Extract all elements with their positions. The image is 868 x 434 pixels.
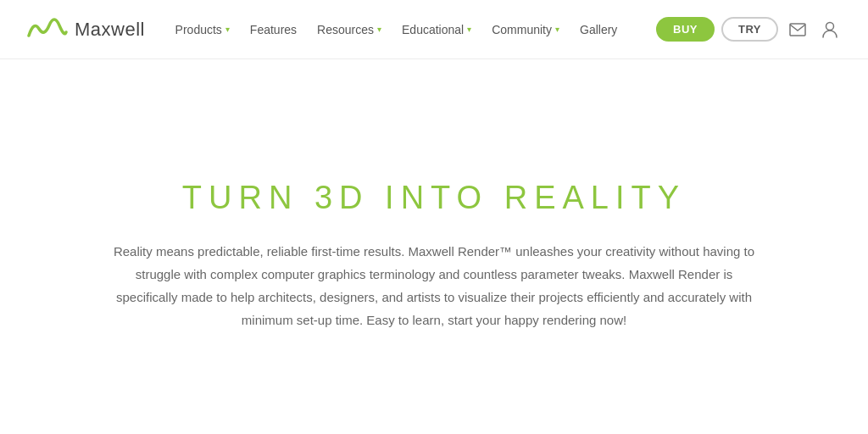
nav-item-resources[interactable]: Resources ▾ bbox=[309, 18, 390, 42]
user-icon bbox=[822, 21, 837, 38]
chevron-down-icon: ▾ bbox=[377, 25, 381, 34]
mail-icon bbox=[789, 23, 806, 36]
chevron-down-icon: ▾ bbox=[555, 25, 559, 34]
main-nav: Products ▾ Features Resources ▾ Educatio… bbox=[167, 18, 626, 42]
nav-actions: BUY TRY bbox=[656, 17, 843, 42]
nav-item-educational[interactable]: Educational ▾ bbox=[393, 18, 480, 42]
email-button[interactable] bbox=[785, 17, 810, 42]
logo[interactable]: Maxwell bbox=[25, 17, 145, 42]
hero-section: TURN 3D INTO REALITY Reality means predi… bbox=[0, 59, 868, 434]
nav-item-features[interactable]: Features bbox=[242, 18, 305, 42]
chevron-down-icon: ▾ bbox=[467, 25, 471, 34]
user-button[interactable] bbox=[817, 17, 843, 42]
logo-icon bbox=[25, 17, 68, 42]
svg-point-1 bbox=[826, 22, 833, 30]
svg-rect-0 bbox=[790, 24, 805, 36]
hero-description: Reality means predictable, reliable firs… bbox=[112, 240, 756, 331]
try-button[interactable]: TRY bbox=[721, 17, 778, 42]
buy-button[interactable]: BUY bbox=[656, 17, 715, 42]
hero-title: TURN 3D INTO REALITY bbox=[182, 180, 686, 216]
logo-text: Maxwell bbox=[75, 19, 145, 41]
nav-item-gallery[interactable]: Gallery bbox=[571, 18, 626, 42]
nav-item-products[interactable]: Products ▾ bbox=[167, 18, 238, 42]
nav-item-community[interactable]: Community ▾ bbox=[483, 18, 568, 42]
chevron-down-icon: ▾ bbox=[225, 25, 230, 34]
site-header: Maxwell Products ▾ Features Resources ▾ … bbox=[0, 0, 868, 59]
